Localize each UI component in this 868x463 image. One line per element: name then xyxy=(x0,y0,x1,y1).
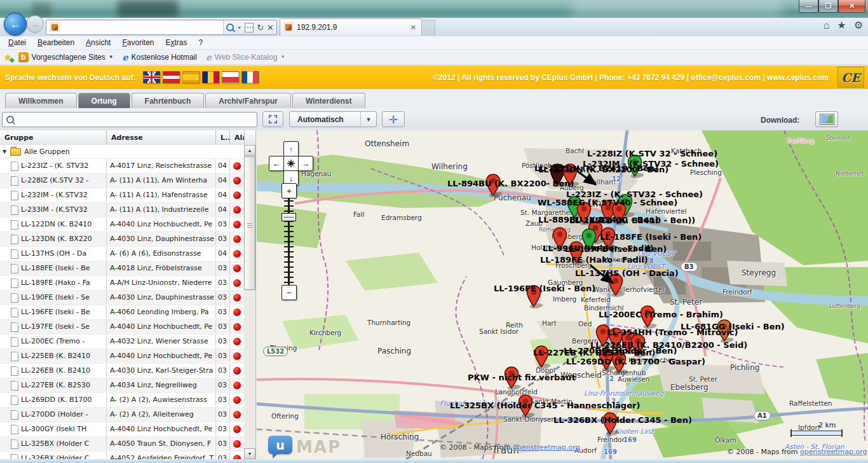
table-row[interactable]: LL-196FE (Iseki - BeA-4060 Leonding Imbe… xyxy=(0,305,245,320)
menu-bearbeiten[interactable]: Bearbeiten xyxy=(32,37,80,48)
table-row[interactable]: LL-200EC (Tremo -A-4032 Linz, Wiener Str… xyxy=(0,335,245,349)
table-row[interactable]: LL-269DD (K. B1700A- (2) A (2), Auwiesen… xyxy=(0,393,245,408)
cell-adresse: A-4040 Linz Hochbuchedt, Pe xyxy=(107,422,216,436)
refresh-icon[interactable]: ↻ xyxy=(257,23,264,32)
zoom-out-button[interactable]: − xyxy=(281,285,297,300)
search-icon[interactable] xyxy=(226,24,234,31)
osm-link[interactable]: openstreetmap.org xyxy=(513,443,580,452)
column-header-alar[interactable]: Alar xyxy=(230,130,245,144)
recenter-button[interactable] xyxy=(283,156,299,171)
address-input[interactable] xyxy=(63,21,223,34)
table-row[interactable]: LL-197FE (Iseki - SeA-4040 Linz Hochbuch… xyxy=(0,320,245,335)
vehicle-search-box[interactable] xyxy=(2,112,257,127)
flag-poland-icon[interactable] xyxy=(222,71,239,83)
grid-scrollbar[interactable]: ▲ ▼ xyxy=(244,145,255,459)
flag-spain-icon[interactable] xyxy=(182,71,200,83)
add-favorite-icon[interactable]: ★✚ xyxy=(4,52,12,62)
tab-ortung[interactable]: Ortung xyxy=(78,93,130,108)
column-header-gruppe[interactable]: Gruppe xyxy=(0,130,107,144)
vehicle-label: LL-197FE (Iseki - Ben) xyxy=(565,244,667,254)
alarm-dot xyxy=(233,396,241,404)
home-icon[interactable]: ⌂ xyxy=(824,20,830,31)
browser-tab[interactable]: 192.9.201.9 ✕ xyxy=(280,18,422,36)
stop-icon[interactable]: ✕ xyxy=(267,23,274,32)
table-row[interactable]: LL-227EB (K. B2530A-4034 Linz, Negrelliw… xyxy=(0,378,245,393)
tab-fahrtenbuch[interactable]: Fahrtenbuch xyxy=(132,93,205,108)
table-row[interactable]: LL-300GY (Iseki THA-4040 Linz Hochbuched… xyxy=(0,422,245,437)
tab-winterdienst[interactable]: Winterdienst xyxy=(292,93,365,108)
restore-button[interactable]: ❐ xyxy=(818,0,838,13)
place-label: Ebelsberg xyxy=(670,383,709,392)
map-canvas[interactable]: ↑ ← → ↓ + − u MAP © 2008 - Maps from ope… xyxy=(257,130,868,459)
cell-level: 03 xyxy=(216,320,230,333)
pan-right-button[interactable]: → xyxy=(298,156,313,171)
table-row[interactable]: LL-122DN (K. B2410A-4040 Linz Hochbuched… xyxy=(0,218,245,232)
road-badge: A1 xyxy=(754,411,771,420)
table-row[interactable]: LL-123DN (K. BX220A-4030 Linz, Dauphines… xyxy=(0,232,245,247)
table-row[interactable]: LL-326BX (Holder CA-4052 Ansfelden Frein… xyxy=(0,452,245,459)
chevron-down-icon[interactable]: ▼ xyxy=(360,112,376,127)
table-row[interactable]: LL-137HS (OH - DaA- (6) A (6), Edisonstr… xyxy=(0,247,245,261)
back-button[interactable]: ← xyxy=(4,13,27,36)
table-row[interactable]: LL-270DD (Holder -A- (2) A (2), Alleiten… xyxy=(0,408,245,422)
add-button[interactable]: ✛ xyxy=(382,111,405,127)
scroll-down-button[interactable]: ▼ xyxy=(244,448,255,459)
menu-favoriten[interactable]: Favoriten xyxy=(116,37,159,48)
minimize-button[interactable]: — xyxy=(799,0,818,13)
table-row[interactable]: LL-190FE (Iseki - SeA-4030 Linz, Dauphin… xyxy=(0,291,245,305)
table-row[interactable]: LL-225EB (K. B2410A-4040 Linz Hochbuched… xyxy=(0,349,245,364)
new-tab-button[interactable] xyxy=(421,20,435,36)
zoom-in-button[interactable]: + xyxy=(281,183,297,198)
favorite-kostenlose-hotmail[interactable]: eKostenlose Hotmail xyxy=(120,51,200,64)
flag-romania-icon[interactable] xyxy=(202,71,219,83)
flag-english-icon[interactable] xyxy=(143,71,160,83)
zoom-slider-handle[interactable] xyxy=(281,213,296,221)
favorite-vorgeschlagene-sites[interactable]: bVorgeschlagene Sites▼ xyxy=(16,51,116,64)
tab-archiv-fahrspur[interactable]: Archiv/Fahrspur xyxy=(205,93,291,108)
osm-link[interactable]: openstreetmap.org xyxy=(800,448,867,456)
pan-up-button[interactable]: ↑ xyxy=(283,141,299,156)
address-bar[interactable]: ▼ ↻ ✕ xyxy=(46,20,277,35)
compatibility-view-icon[interactable] xyxy=(245,23,254,32)
alarm-dot xyxy=(233,177,241,184)
table-row[interactable]: LL-189FE (Hako - FaA-A/H Linz-Unionstr, … xyxy=(0,276,245,291)
cell-level: 03 xyxy=(216,232,230,245)
table-row[interactable]: LL-226EB (K. B2410A-4030 Linz, Karl-Stei… xyxy=(0,364,245,378)
menu-extras[interactable]: Extras xyxy=(160,37,193,48)
table-row[interactable]: L-223IZ - (K. STV32A-4017 Linz, Reischek… xyxy=(0,159,245,174)
tab-willkommen[interactable]: Willkommen xyxy=(5,93,77,108)
table-row[interactable]: L-228IZ (K.STV 32 -A- (11) A (11), Am Wi… xyxy=(0,174,245,188)
flag-france-icon[interactable] xyxy=(241,71,259,83)
collapse-icon[interactable]: ▼ xyxy=(3,149,6,155)
close-button[interactable]: ✕ xyxy=(838,0,865,13)
column-header-l[interactable]: L... xyxy=(216,130,230,144)
zoom-mode-select[interactable]: Automatisch ▼ xyxy=(289,111,377,127)
menu-ansicht[interactable]: Ansicht xyxy=(80,37,116,48)
favorites-icon[interactable]: ★ xyxy=(837,19,846,31)
group-row[interactable]: ▼Alle Gruppen xyxy=(0,145,245,159)
vehicle-label: LL-196FE (Iseki - Ben) xyxy=(494,284,595,293)
download-image-button[interactable] xyxy=(815,111,838,127)
cell-level: 03 xyxy=(216,291,230,304)
flag-austria-icon[interactable] xyxy=(163,71,180,83)
tools-icon[interactable]: ⚙ xyxy=(854,19,863,31)
table-row[interactable]: L-232IM - (K.STV32A- (11) A (11), Hafens… xyxy=(0,188,245,203)
favorite-web-slice-katalog[interactable]: eWeb Slice-Katalog▼ xyxy=(203,51,288,64)
tab-close-icon[interactable]: ✕ xyxy=(410,24,416,32)
menu-datei[interactable]: Datei xyxy=(3,37,32,48)
table-row[interactable]: L-233IM - (K.STV32A- (11) A (11), Indust… xyxy=(0,203,245,218)
cell-gruppe: LL-200EC (Tremo - xyxy=(0,335,107,348)
table-row[interactable]: LL-188FE (Iseki - BeA-4018 Linz, Fröbels… xyxy=(0,261,245,276)
cell-adresse: A- (2) A (2), Alleitenweg xyxy=(107,408,216,421)
vehicle-search-input[interactable] xyxy=(18,113,257,126)
fullscreen-button[interactable] xyxy=(262,111,283,127)
alarm-dot xyxy=(233,265,241,272)
scroll-up-button[interactable]: ▲ xyxy=(244,145,255,156)
column-header-adresse[interactable]: Adresse xyxy=(107,130,216,144)
forward-button[interactable]: → xyxy=(26,15,44,33)
scroll-thumb[interactable] xyxy=(244,156,255,290)
search-dropdown-icon[interactable]: ▼ xyxy=(237,25,241,30)
table-row[interactable]: LL-325BX (Holder CA-4050 Traun St. Diony… xyxy=(0,437,245,452)
pan-left-button[interactable]: ← xyxy=(269,156,284,171)
menu-hilfe[interactable]: ? xyxy=(193,37,209,48)
